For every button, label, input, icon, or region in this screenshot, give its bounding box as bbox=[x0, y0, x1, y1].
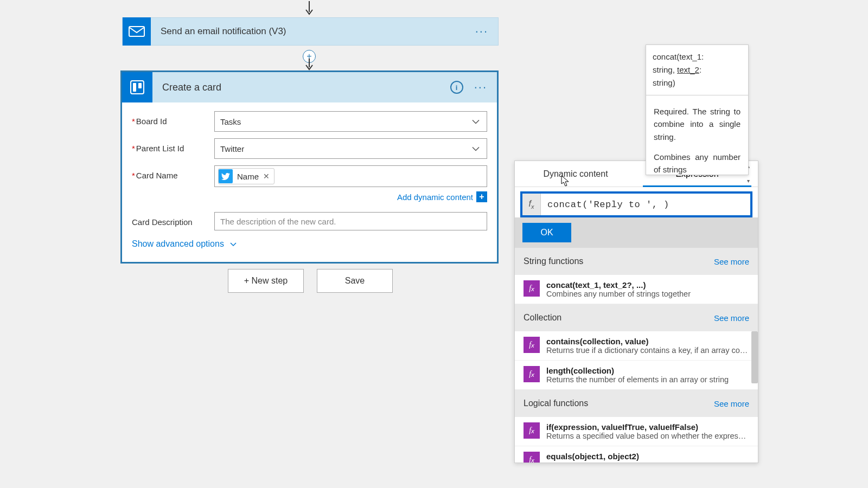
create-card-action: Create a card i ··· *Board Id Tasks *Par… bbox=[120, 70, 499, 264]
func-equals[interactable]: fx equals(object1, object2) bbox=[515, 446, 758, 463]
mouse-cursor bbox=[561, 175, 571, 187]
expression-function-list: String functions See more fx concat(text… bbox=[515, 248, 758, 463]
func-desc: Returns true if a dictionary contains a … bbox=[546, 346, 749, 355]
func-concat[interactable]: fx concat(text_1, text_2?, ...) Combines… bbox=[515, 275, 758, 304]
tab-dynamic-content[interactable]: Dynamic content bbox=[515, 161, 636, 187]
add-dynamic-content-link[interactable]: Add dynamic content bbox=[397, 192, 473, 202]
func-sig: concat(text_1, text_2?, ...) bbox=[546, 280, 749, 290]
section-collection-label: Collection bbox=[524, 313, 561, 323]
info-icon[interactable]: i bbox=[450, 81, 463, 94]
card-name-input[interactable]: Name ✕ bbox=[214, 165, 487, 187]
see-more-collection[interactable]: See more bbox=[714, 313, 749, 323]
email-card-menu-icon[interactable]: ··· bbox=[475, 24, 498, 38]
token-label: Name bbox=[237, 172, 259, 181]
fx-icon: fx bbox=[524, 452, 540, 463]
fx-icon: fx bbox=[524, 366, 540, 382]
remove-token-icon[interactable]: ✕ bbox=[263, 172, 270, 181]
ok-row: OK bbox=[515, 217, 758, 248]
show-advanced-options[interactable]: Show advanced options bbox=[132, 239, 487, 249]
fx-icon: fx bbox=[524, 337, 540, 353]
chevron-down-icon bbox=[471, 144, 480, 153]
expression-panel: Dynamic content Expression ▴▾ fx concat(… bbox=[514, 160, 758, 463]
flow-arrow-mid bbox=[305, 59, 314, 72]
fx-icon: fx bbox=[522, 194, 541, 215]
flow-arrow-top bbox=[305, 1, 314, 16]
card-name-row: *Card Name Name ✕ bbox=[132, 165, 487, 187]
func-desc: Returns the number of elements in an arr… bbox=[546, 375, 749, 384]
fx-icon: fx bbox=[524, 422, 540, 439]
func-length[interactable]: fx length(collection) Returns the number… bbox=[515, 361, 758, 390]
func-desc: Combines any number of strings together bbox=[546, 290, 749, 298]
svg-rect-3 bbox=[131, 81, 144, 94]
section-collection: Collection See more bbox=[515, 304, 758, 331]
flow-footer-buttons: + New step Save bbox=[228, 269, 393, 293]
func-sig: contains(collection, value) bbox=[546, 337, 749, 346]
svg-rect-1 bbox=[129, 27, 144, 36]
expression-input[interactable]: concat('Reply to ', ) bbox=[541, 200, 750, 210]
func-sig: length(collection) bbox=[546, 366, 749, 375]
func-desc: Returns a specified value based on wheth… bbox=[546, 432, 749, 440]
svg-rect-5 bbox=[138, 83, 142, 88]
section-logical: Logical functions See more bbox=[515, 390, 758, 417]
card-name-label: *Card Name bbox=[132, 165, 214, 180]
show-advanced-label: Show advanced options bbox=[132, 239, 224, 249]
email-notification-card[interactable]: Send an email notification (V3) ··· bbox=[122, 17, 499, 46]
svg-rect-4 bbox=[133, 83, 136, 92]
board-id-select[interactable]: Tasks bbox=[214, 111, 487, 132]
trello-icon bbox=[122, 72, 152, 102]
board-id-label: *Board Id bbox=[132, 111, 214, 126]
parent-list-value: Twitter bbox=[220, 144, 244, 153]
see-more-string[interactable]: See more bbox=[714, 257, 749, 266]
signature-tooltip: concat(text_1: string, text_2: string) R… bbox=[646, 44, 749, 175]
new-step-button[interactable]: + New step bbox=[228, 269, 304, 293]
func-sig: equals(object1, object2) bbox=[546, 452, 749, 461]
func-contains[interactable]: fx contains(collection, value) Returns t… bbox=[515, 331, 758, 361]
board-id-row: *Board Id Tasks bbox=[132, 111, 487, 132]
see-more-logical[interactable]: See more bbox=[714, 399, 749, 408]
section-string-functions: String functions See more bbox=[515, 248, 758, 275]
add-dynamic-content-row: Add dynamic content + bbox=[132, 191, 487, 202]
ok-button[interactable]: OK bbox=[522, 223, 571, 242]
expression-input-container: fx concat('Reply to ', ) bbox=[520, 191, 752, 217]
parent-list-select[interactable]: Twitter bbox=[214, 138, 487, 159]
create-card-body: *Board Id Tasks *Parent List Id Twitter … bbox=[122, 102, 497, 262]
parent-list-label: *Parent List Id bbox=[132, 138, 214, 153]
section-string-label: String functions bbox=[524, 256, 583, 266]
card-description-row: Card Description The description of the … bbox=[132, 212, 487, 230]
tooltip-signature: concat(text_1: string, text_2: string) bbox=[646, 45, 748, 95]
tooltip-required-desc: Required. The string to combine into a s… bbox=[646, 95, 748, 149]
card-description-placeholder: The description of the new card. bbox=[220, 217, 336, 226]
name-token[interactable]: Name ✕ bbox=[218, 168, 275, 184]
fx-icon: fx bbox=[524, 280, 540, 297]
section-logical-label: Logical functions bbox=[524, 399, 588, 408]
func-sig: if(expression, valueIfTrue, valueIfFalse… bbox=[546, 422, 749, 432]
save-button[interactable]: Save bbox=[317, 269, 393, 293]
add-dynamic-content-button[interactable]: + bbox=[476, 191, 487, 202]
func-if[interactable]: fx if(expression, valueIfTrue, valueIfFa… bbox=[515, 417, 758, 446]
email-card-title: Send an email notification (V3) bbox=[151, 26, 475, 37]
card-description-input[interactable]: The description of the new card. bbox=[214, 212, 487, 230]
tooltip-summary: Combines any number of strings bbox=[646, 149, 748, 175]
chevron-down-icon bbox=[229, 239, 237, 249]
card-description-label: Card Description bbox=[132, 212, 214, 227]
parent-list-row: *Parent List Id Twitter bbox=[132, 138, 487, 159]
create-card-title: Create a card bbox=[152, 82, 450, 93]
create-card-menu-icon[interactable]: ··· bbox=[474, 80, 497, 94]
chevron-down-icon bbox=[471, 117, 480, 126]
board-id-value: Tasks bbox=[220, 117, 241, 126]
twitter-icon bbox=[219, 169, 233, 183]
mail-icon bbox=[123, 17, 151, 46]
scrollbar-thumb[interactable] bbox=[751, 331, 758, 383]
create-card-header[interactable]: Create a card i ··· bbox=[122, 72, 497, 102]
